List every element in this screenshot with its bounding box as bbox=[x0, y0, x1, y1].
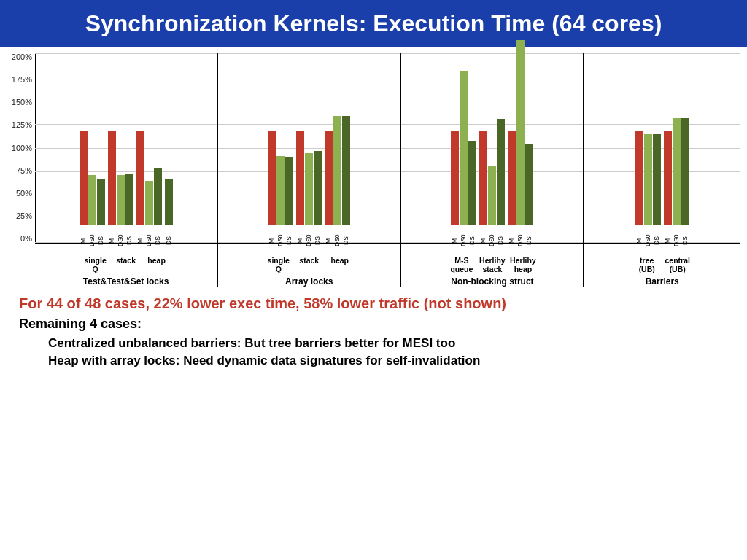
sections: MDS0DSMDS0DSMDS0DSDSsingle QstackheapTes… bbox=[35, 53, 740, 287]
bar-lgreen bbox=[276, 156, 285, 225]
bar-red bbox=[296, 131, 304, 225]
col-labels: MDS0DSMDS0DSMDS0DS bbox=[263, 227, 355, 254]
chart-section-barriers: MDS0DSMDS0DStree (UB)central (UB)Barrier… bbox=[584, 53, 740, 287]
bar-group bbox=[165, 179, 173, 225]
subgroup-name: Herlihy stack bbox=[479, 256, 506, 274]
bar-red bbox=[479, 131, 487, 225]
col-label: DS0 bbox=[516, 227, 525, 254]
section-title: Barriers bbox=[646, 276, 679, 287]
subgroup-name: single Q bbox=[265, 256, 293, 274]
col-label: DS bbox=[97, 227, 105, 254]
col-label: DS0 bbox=[673, 227, 681, 254]
bar-red bbox=[268, 131, 276, 225]
col-label: DS bbox=[681, 227, 689, 254]
bar-group bbox=[664, 118, 689, 225]
bar-dgreen bbox=[525, 144, 533, 225]
bar-red bbox=[108, 131, 116, 225]
col-label: DS bbox=[342, 227, 350, 254]
bar-lgreen bbox=[117, 175, 125, 225]
section-title: Array locks bbox=[285, 276, 333, 287]
col-labels: MDS0DSMDS0DSMDS0DS bbox=[446, 227, 538, 254]
bar-red bbox=[325, 131, 333, 225]
subgroup-name: central (UB) bbox=[664, 256, 692, 274]
bar-group bbox=[635, 131, 661, 225]
col-label: DS bbox=[154, 227, 162, 254]
section-title: Non-blocking struct bbox=[451, 276, 533, 287]
subgroup-labels: tree (UB)central (UB) bbox=[629, 256, 696, 274]
col-label: DS0 bbox=[88, 227, 96, 254]
bar-lgreen bbox=[333, 116, 341, 225]
y-label: 200% bbox=[7, 53, 35, 61]
bar-red bbox=[635, 131, 643, 225]
y-label: 150% bbox=[7, 98, 35, 106]
chart-container: 0%25%50%75%100%125%150%175%200% MDS0DSMD… bbox=[7, 53, 740, 287]
bar-group bbox=[80, 131, 105, 225]
subgroup-labels: single Qstackheap bbox=[77, 256, 175, 274]
bar-red bbox=[451, 131, 459, 225]
col-label: DS0 bbox=[333, 227, 341, 254]
bar-dgreen bbox=[653, 134, 661, 225]
col-label: DS0 bbox=[460, 227, 468, 254]
bar-lgreen bbox=[516, 40, 525, 225]
col-label: DS0 bbox=[145, 227, 153, 254]
bar-group bbox=[508, 40, 533, 225]
col-label: DS bbox=[653, 227, 661, 254]
bar-dgreen bbox=[125, 174, 133, 225]
y-label: 25% bbox=[7, 212, 35, 220]
title-bar: Synchronization Kernels: Execution Time … bbox=[0, 0, 747, 47]
bar-red bbox=[80, 131, 88, 225]
col-label: DS bbox=[314, 227, 322, 254]
subgroup-name: single Q bbox=[82, 256, 109, 274]
detail-line2: Heap with array locks: Need dynamic data… bbox=[48, 354, 728, 368]
col-label: M bbox=[136, 227, 144, 254]
bar-lgreen bbox=[88, 175, 96, 225]
col-label: M bbox=[479, 227, 487, 254]
subgroup-labels: single Qstackheap bbox=[260, 256, 358, 274]
bar-group bbox=[479, 119, 505, 225]
bar-lgreen bbox=[145, 181, 153, 225]
bar-groups bbox=[75, 53, 177, 225]
subgroup-name: M-S queue bbox=[448, 256, 476, 274]
subgroup-name: heap bbox=[326, 256, 354, 274]
bar-group bbox=[108, 131, 133, 225]
y-label: 50% bbox=[7, 190, 35, 198]
bar-lgreen bbox=[644, 134, 652, 225]
bar-group bbox=[325, 116, 350, 225]
col-labels: MDS0DSMDS0DSMDS0DSDS bbox=[75, 227, 177, 254]
col-label: DS bbox=[525, 227, 533, 254]
col-label: M bbox=[80, 227, 88, 254]
y-label: 75% bbox=[7, 167, 35, 175]
bar-dgreen bbox=[497, 119, 505, 225]
col-label: DS bbox=[285, 227, 293, 254]
col-label: DS bbox=[497, 227, 505, 254]
chart-body: MDS0DSMDS0DSMDS0DSDSsingle QstackheapTes… bbox=[35, 53, 740, 287]
col-label: DS0 bbox=[644, 227, 652, 254]
bar-lgreen bbox=[305, 153, 313, 225]
page-title: Synchronization Kernels: Execution Time … bbox=[15, 10, 732, 37]
col-label: M bbox=[108, 227, 116, 254]
bar-dgreen bbox=[342, 116, 350, 225]
chart-area: 0%25%50%75%100%125%150%175%200% MDS0DSMD… bbox=[0, 47, 747, 368]
subgroup-labels: M-S queueHerlihy stackHerlihy heap bbox=[444, 256, 541, 274]
bar-dgreen bbox=[314, 151, 322, 225]
subgroup-name: Herlihy heap bbox=[509, 256, 537, 274]
bar-dgreen bbox=[154, 168, 162, 225]
bar-lgreen bbox=[460, 71, 468, 225]
col-label: M bbox=[451, 227, 459, 254]
bar-red bbox=[664, 131, 672, 225]
bar-dgreen bbox=[468, 141, 476, 225]
col-label: M bbox=[635, 227, 643, 254]
col-label: DS bbox=[125, 227, 133, 254]
col-label: DS0 bbox=[117, 227, 125, 254]
bar-groups bbox=[446, 40, 538, 225]
bar-dgreen bbox=[97, 179, 105, 225]
col-label: M bbox=[325, 227, 333, 254]
col-label: DS0 bbox=[276, 227, 285, 254]
subgroup-name: stack bbox=[112, 256, 140, 274]
bar-group bbox=[451, 71, 476, 225]
y-label: 125% bbox=[7, 121, 35, 129]
y-axis: 0%25%50%75%100%125%150%175%200% bbox=[7, 53, 35, 243]
bar-dgreen bbox=[285, 157, 293, 225]
bar-groups bbox=[631, 53, 694, 225]
y-label: 175% bbox=[7, 76, 35, 84]
